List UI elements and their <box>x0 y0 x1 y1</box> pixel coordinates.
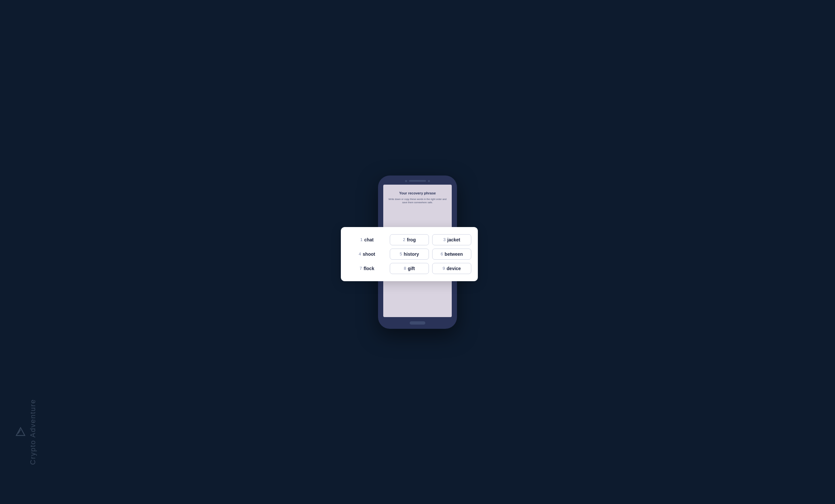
word-item-2: 2frog <box>390 234 429 245</box>
recovery-phrase-card: 1chat2frog3jacket4shoot5history6between7… <box>341 227 478 281</box>
watermark: Crypto Adventure <box>16 399 37 465</box>
word-number: 1 <box>360 237 362 242</box>
word-item-6: 6between <box>432 248 471 260</box>
phone-screen: Your recovery phrase Write down or copy … <box>383 185 452 317</box>
word-text: history <box>404 251 419 257</box>
phone-speaker <box>409 180 426 182</box>
word-item-3: 3jacket <box>432 234 471 245</box>
word-text: between <box>445 251 463 257</box>
phone-home-button <box>410 321 425 325</box>
phone-device: Your recovery phrase Write down or copy … <box>378 176 457 329</box>
phone-top-bar <box>378 176 457 185</box>
word-item-8: 8gift <box>390 263 429 274</box>
word-number: 7 <box>360 266 362 271</box>
phone-camera <box>428 180 430 182</box>
word-text: jacket <box>447 237 460 242</box>
svg-marker-0 <box>16 428 25 436</box>
watermark-label: Crypto Adventure <box>29 399 37 465</box>
word-item-4: 4shoot <box>347 248 387 260</box>
word-number: 8 <box>404 266 406 271</box>
screen-subtitle: Write down or copy these words in the ri… <box>388 198 447 204</box>
word-grid: 1chat2frog3jacket4shoot5history6between7… <box>347 234 471 274</box>
screen-content: Your recovery phrase Write down or copy … <box>383 185 452 209</box>
watermark-icon <box>16 427 25 437</box>
word-number: 4 <box>359 251 361 256</box>
word-text: gift <box>408 266 415 271</box>
word-text: device <box>447 266 461 271</box>
word-item-9: 9device <box>432 263 471 274</box>
word-text: shoot <box>363 251 375 257</box>
word-number: 9 <box>443 266 445 271</box>
phone-dot-left <box>405 180 407 182</box>
word-number: 5 <box>400 251 402 256</box>
word-number: 6 <box>441 251 443 256</box>
word-item-5: 5history <box>390 248 429 260</box>
word-number: 3 <box>443 237 446 242</box>
word-number: 2 <box>403 237 405 242</box>
phone-bottom-bar <box>378 317 457 329</box>
word-item-1: 1chat <box>347 234 387 245</box>
word-item-7: 7flock <box>347 263 387 274</box>
word-text: frog <box>407 237 416 242</box>
screen-title: Your recovery phrase <box>388 191 447 195</box>
word-text: flock <box>364 266 374 271</box>
word-text: chat <box>364 237 374 242</box>
